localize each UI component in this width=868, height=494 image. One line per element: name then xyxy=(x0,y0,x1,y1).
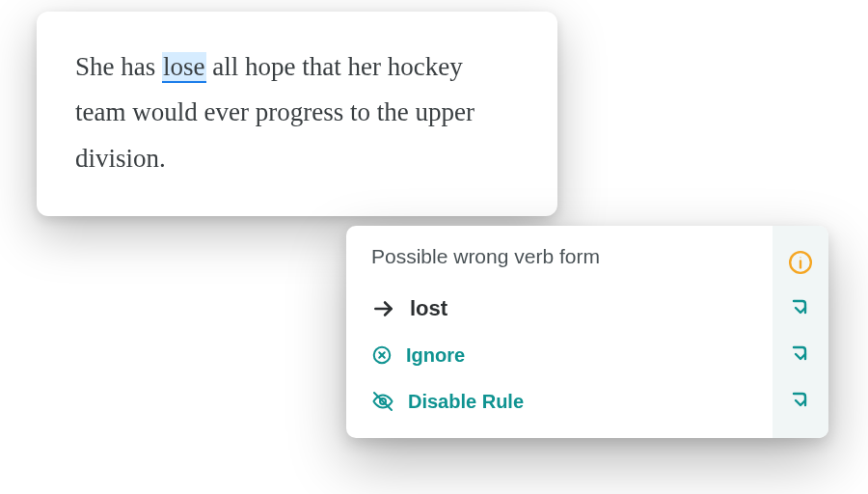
editor-card: She has lose all hope that her hockey te… xyxy=(37,12,557,216)
sentence-before: She has xyxy=(75,52,162,81)
info-button[interactable] xyxy=(773,241,828,284)
svg-point-8 xyxy=(800,257,800,258)
highlighted-word[interactable]: lose xyxy=(162,52,206,83)
editor-sentence[interactable]: She has lose all hope that her hockey te… xyxy=(75,44,519,181)
arrow-corner-down-icon xyxy=(789,388,812,411)
close-circle-icon xyxy=(371,344,393,366)
popup-side xyxy=(773,226,828,438)
apply-down-button-1[interactable] xyxy=(773,284,828,330)
eye-off-icon xyxy=(371,390,394,413)
grammar-suggestion-popup: Possible wrong verb form lost Ignore xyxy=(346,226,828,438)
arrow-right-icon xyxy=(371,296,396,321)
suggestion-row[interactable]: lost xyxy=(371,286,751,332)
popup-title: Possible wrong verb form xyxy=(371,241,751,272)
arrow-corner-down-icon xyxy=(789,295,812,318)
popup-main: Possible wrong verb form lost Ignore xyxy=(346,226,773,438)
apply-down-button-2[interactable] xyxy=(773,330,828,376)
info-circle-icon xyxy=(788,250,813,275)
disable-rule-label: Disable Rule xyxy=(408,391,524,413)
ignore-row[interactable]: Ignore xyxy=(371,332,751,378)
suggestion-text: lost xyxy=(410,296,448,321)
disable-rule-row[interactable]: Disable Rule xyxy=(371,378,751,425)
ignore-label: Ignore xyxy=(406,344,465,367)
apply-down-button-3[interactable] xyxy=(773,376,828,423)
arrow-corner-down-icon xyxy=(789,342,812,365)
